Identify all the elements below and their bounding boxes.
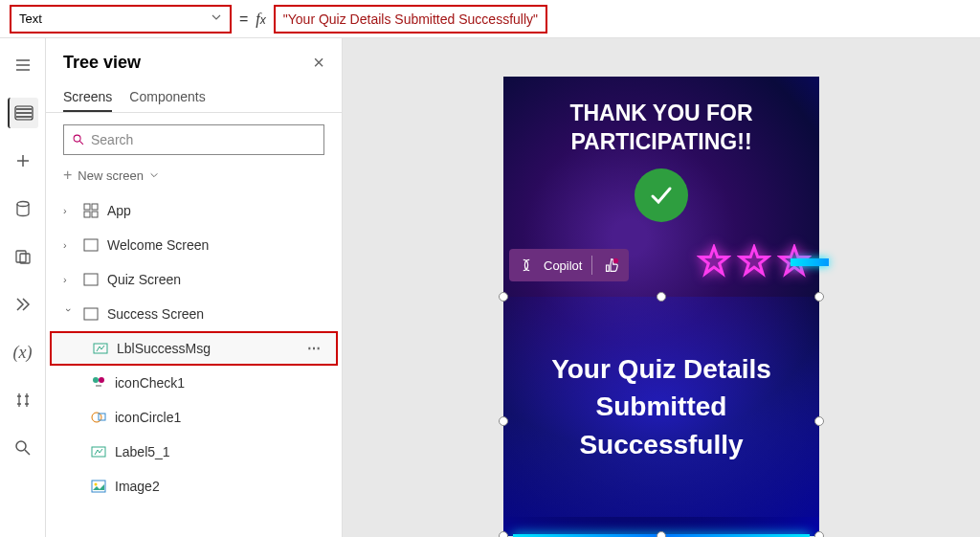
svg-point-21 — [613, 258, 618, 263]
svg-rect-10 — [84, 239, 98, 251]
success-message-label[interactable]: Your Quiz Details Submitted Successfully — [503, 297, 819, 517]
image-icon — [90, 478, 107, 495]
svg-point-1 — [17, 202, 29, 207]
formula-value: "Your Quiz Details Submitted Successfull… — [283, 11, 538, 27]
tree-panel: Tree view × Screens Components Search + … — [46, 38, 343, 537]
search-input[interactable]: Search — [63, 124, 324, 155]
svg-rect-9 — [92, 212, 98, 217]
copilot-bar[interactable]: Copilot — [509, 249, 629, 281]
checkmark-icon — [646, 180, 677, 211]
selection-handle[interactable] — [657, 531, 666, 537]
thank-you-line2: PARTICIPATING!! — [503, 128, 819, 157]
svg-rect-17 — [99, 414, 105, 420]
tree-node-label5[interactable]: Label5_1 — [50, 435, 338, 469]
hamburger-icon[interactable] — [8, 50, 38, 80]
separator — [591, 256, 592, 275]
svg-rect-2 — [16, 251, 26, 262]
new-screen-label: New screen — [78, 168, 144, 183]
selection-handle[interactable] — [814, 292, 824, 302]
selection-handle[interactable] — [814, 416, 824, 426]
formula-bar: Text = fx "Your Quiz Details Submitted S… — [0, 0, 980, 38]
selection-handle[interactable] — [499, 416, 508, 426]
node-label: iconCircle1 — [115, 410, 181, 425]
node-label: Quiz Screen — [107, 272, 181, 287]
powerautomate-icon[interactable] — [8, 289, 38, 320]
search-rail-icon[interactable] — [8, 433, 38, 463]
search-placeholder: Search — [91, 132, 133, 147]
svg-rect-11 — [84, 274, 98, 285]
copilot-label: Copilot — [544, 258, 582, 273]
thumbs-icon[interactable] — [602, 257, 619, 274]
node-label: Success Screen — [107, 306, 204, 322]
fx-icon: fx — [256, 11, 265, 28]
canvas-area[interactable]: THANK YOU FOR PARTICIPATING!! Copilot Yo… — [343, 38, 980, 537]
chevron-right-icon: › — [63, 239, 75, 251]
svg-rect-7 — [92, 204, 98, 210]
selection-handle[interactable] — [657, 292, 666, 302]
svg-rect-12 — [84, 308, 98, 320]
formula-input[interactable]: "Your Quiz Details Submitted Successfull… — [274, 5, 547, 34]
tree-node-iconcircle[interactable]: iconCircle1 — [50, 400, 338, 435]
tree-node-iconcheck[interactable]: iconCheck1 — [50, 366, 338, 400]
tab-components[interactable]: Components — [129, 83, 205, 112]
plus-icon: + — [63, 167, 72, 184]
selection-handle[interactable] — [499, 292, 508, 302]
screen-icon — [82, 236, 100, 254]
svg-point-14 — [93, 377, 99, 383]
node-label: LblSuccessMsg — [117, 341, 211, 356]
svg-rect-6 — [84, 204, 90, 210]
thank-you-label[interactable]: THANK YOU FOR PARTICIPATING!! — [503, 77, 819, 157]
variables-icon[interactable]: (x) — [8, 337, 38, 368]
thank-you-line1: THANK YOU FOR — [503, 100, 819, 128]
close-icon[interactable]: × — [313, 52, 324, 74]
node-label: App — [107, 203, 131, 218]
tree-list: › App › Welcome Screen › Quiz Screen › S… — [46, 193, 342, 537]
insert-icon[interactable] — [8, 145, 38, 176]
svg-rect-8 — [84, 212, 90, 217]
left-rail: (x) — [0, 38, 46, 537]
copilot-icon — [519, 257, 534, 273]
label-icon — [92, 340, 109, 357]
media-icon[interactable] — [8, 241, 38, 272]
tree-node-welcome[interactable]: › Welcome Screen — [50, 228, 338, 262]
chevron-down-icon — [149, 170, 159, 180]
svg-point-20 — [95, 483, 98, 486]
check-circle-icon[interactable] — [635, 168, 688, 222]
screen-icon — [82, 305, 100, 323]
phone-screen[interactable]: THANK YOU FOR PARTICIPATING!! Copilot Yo… — [503, 77, 819, 536]
label-icon — [90, 443, 107, 460]
svg-point-15 — [99, 377, 104, 383]
tree-node-app[interactable]: › App — [50, 193, 338, 228]
tree-title: Tree view — [63, 53, 141, 73]
treeview-icon[interactable] — [8, 98, 38, 128]
star-icon — [737, 244, 771, 279]
app-icon — [82, 202, 100, 219]
property-name: Text — [19, 11, 42, 26]
tab-screens[interactable]: Screens — [63, 83, 112, 112]
iconcircle-icon — [90, 409, 107, 426]
selection-handle[interactable] — [499, 531, 508, 537]
tree-tabs: Screens Components — [46, 79, 342, 113]
tree-node-image2[interactable]: Image2 — [50, 469, 338, 503]
tree-node-success[interactable]: › Success Screen — [50, 297, 338, 331]
success-line1: Your Quiz Details — [503, 350, 819, 388]
new-screen-button[interactable]: + New screen — [46, 163, 342, 193]
star-icon — [697, 244, 731, 279]
success-line2: Submitted — [503, 388, 819, 425]
tree-node-quiz[interactable]: › Quiz Screen — [50, 262, 338, 297]
chevron-right-icon: › — [63, 205, 75, 216]
svg-point-5 — [74, 135, 80, 142]
data-icon[interactable] — [8, 193, 38, 224]
iconcheck-icon — [90, 374, 107, 392]
chevron-down-icon: › — [63, 308, 75, 320]
more-icon[interactable]: ⋯ — [307, 341, 323, 356]
search-icon — [72, 133, 85, 146]
tools-icon[interactable] — [8, 385, 38, 415]
node-label: Welcome Screen — [107, 237, 209, 253]
chevron-right-icon: › — [63, 274, 75, 285]
selection-handle[interactable] — [814, 531, 824, 537]
tree-node-lblsuccessmsg[interactable]: LblSuccessMsg ⋯ — [50, 331, 338, 366]
property-dropdown[interactable]: Text — [10, 5, 232, 34]
equals-sign: = — [239, 11, 248, 28]
success-line3: Successfully — [503, 426, 819, 463]
